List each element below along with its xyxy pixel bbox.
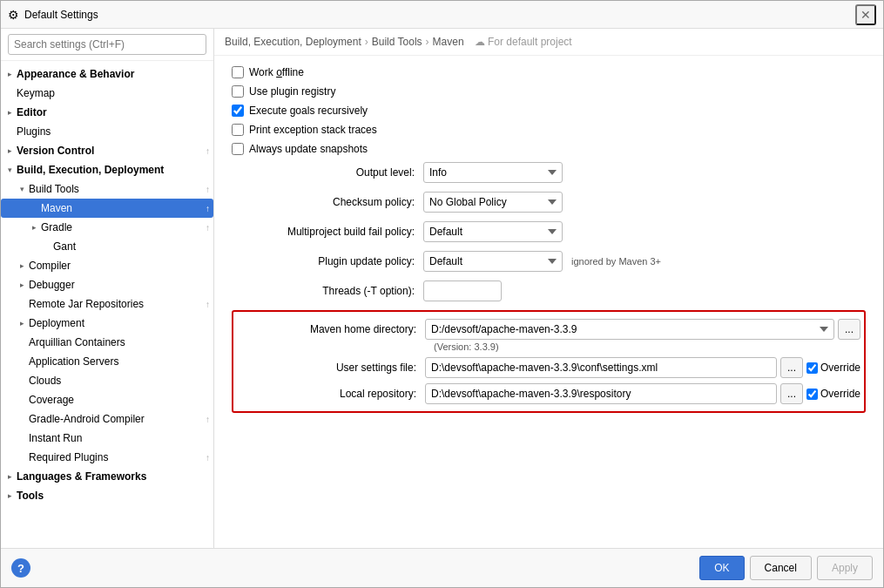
- sidebar: Appearance & BehaviorKeymapEditorPlugins…: [1, 29, 214, 548]
- threads-input[interactable]: [423, 280, 502, 301]
- use-plugin-registry-checkbox[interactable]: [232, 85, 244, 98]
- output-level-control: Info Debug Warning Error: [423, 162, 866, 183]
- sidebar-item-clouds[interactable]: Clouds: [1, 371, 213, 390]
- window-icon: ⚙: [8, 8, 19, 22]
- threads-label: Threads (-T option):: [232, 285, 423, 297]
- breadcrumb-hint: ☁ For default project: [475, 36, 572, 48]
- sidebar-item-gradle[interactable]: Gradle↑: [1, 218, 213, 237]
- expander-deployment[interactable]: [17, 318, 27, 328]
- checkbox-print-exception: Print exception stack traces: [232, 124, 866, 136]
- multiproject-control: Default Fail At End Fail Fast Never Fail: [423, 221, 866, 242]
- expander-version-control[interactable]: [4, 145, 15, 156]
- expander-debugger[interactable]: [17, 280, 27, 290]
- sidebar-item-editor[interactable]: Editor: [1, 103, 213, 122]
- execute-goals-label[interactable]: Execute goals recursively: [249, 105, 368, 117]
- ok-button[interactable]: OK: [699, 556, 744, 580]
- sidebar-item-remote-jar[interactable]: Remote Jar Repositories↑: [1, 294, 213, 314]
- sidebar-item-debugger[interactable]: Debugger: [1, 275, 213, 294]
- sidebar-item-arquillian[interactable]: Arquillian Containers: [1, 333, 213, 352]
- sidebar-label-compiler: Compiler: [29, 260, 210, 272]
- footer-left: ?: [11, 558, 30, 578]
- sidebar-label-keymap: Keymap: [17, 87, 210, 99]
- user-settings-browse-button[interactable]: ...: [780, 357, 803, 378]
- work-offline-label[interactable]: Work offline: [249, 66, 304, 78]
- threads-row: Threads (-T option):: [232, 280, 866, 301]
- plugin-update-dropdown[interactable]: Default Always Never Interval: [423, 251, 563, 272]
- footer-buttons: OK Cancel Apply: [699, 556, 873, 580]
- use-plugin-registry-label[interactable]: Use plugin registry: [249, 85, 335, 98]
- expander-gradle[interactable]: [29, 222, 39, 233]
- sidebar-label-instant-run: Instant Run: [29, 432, 210, 444]
- print-exception-label[interactable]: Print exception stack traces: [249, 124, 377, 136]
- sidebar-item-build-tools[interactable]: Build Tools↑: [1, 179, 213, 199]
- sidebar-item-languages-frameworks[interactable]: Languages & Frameworks: [1, 467, 213, 486]
- sidebar-item-version-control[interactable]: Version Control↑: [1, 141, 213, 160]
- user-settings-input[interactable]: [425, 357, 777, 378]
- local-repo-override-checkbox[interactable]: [806, 389, 818, 400]
- sidebar-label-version-control: Version Control: [17, 145, 202, 157]
- multiproject-dropdown[interactable]: Default Fail At End Fail Fast Never Fail: [423, 221, 563, 242]
- user-settings-row: User settings file: ... Override: [233, 357, 860, 378]
- print-exception-checkbox[interactable]: [232, 124, 244, 136]
- expander-editor[interactable]: [4, 107, 15, 118]
- checkbox-use-plugin: Use plugin registry: [232, 85, 866, 98]
- checkbox-execute-goals: Execute goals recursively: [232, 105, 866, 117]
- local-repo-browse-button[interactable]: ...: [780, 383, 803, 404]
- expander-languages-frameworks[interactable]: [4, 471, 15, 482]
- expander-compiler[interactable]: [17, 260, 27, 271]
- sidebar-item-app-servers[interactable]: Application Servers: [1, 352, 213, 371]
- plugin-update-hint: ignored by Maven 3+: [571, 256, 661, 267]
- sidebar-item-keymap[interactable]: Keymap: [1, 84, 213, 103]
- sidebar-item-gradle-android[interactable]: Gradle-Android Compiler↑: [1, 409, 213, 429]
- sidebar-label-clouds: Clouds: [29, 375, 210, 387]
- badge-icon-required-plugins: ↑: [206, 453, 210, 463]
- close-button[interactable]: ✕: [855, 4, 876, 25]
- work-offline-checkbox[interactable]: [232, 66, 244, 78]
- execute-goals-checkbox[interactable]: [232, 105, 244, 117]
- local-repo-override-check: Override: [806, 388, 860, 400]
- expander-build-tools[interactable]: [17, 184, 27, 194]
- sidebar-item-tools[interactable]: Tools: [1, 486, 213, 505]
- user-settings-override-checkbox[interactable]: [806, 362, 818, 374]
- local-repo-label: Local repository:: [233, 388, 425, 400]
- sidebar-item-compiler[interactable]: Compiler: [1, 256, 213, 275]
- sidebar-label-build-exec-deploy: Build, Execution, Deployment: [17, 164, 210, 176]
- expander-appearance[interactable]: [4, 69, 15, 79]
- user-settings-control: ... Override: [425, 357, 860, 378]
- expander-tools[interactable]: [4, 490, 15, 501]
- sidebar-item-appearance[interactable]: Appearance & Behavior: [1, 64, 213, 84]
- always-update-checkbox[interactable]: [232, 143, 244, 155]
- sidebar-item-coverage[interactable]: Coverage: [1, 390, 213, 409]
- window-title: Default Settings: [24, 9, 98, 21]
- checkbox-work-offline: Work offline: [232, 66, 866, 78]
- help-button[interactable]: ?: [11, 558, 30, 578]
- plugin-update-row: Plugin update policy: Default Always Nev…: [232, 251, 866, 272]
- maven-home-dropdown[interactable]: D:/devsoft/apache-maven-3.3.9: [425, 319, 834, 340]
- sidebar-label-tools: Tools: [17, 490, 210, 502]
- sidebar-label-debugger: Debugger: [29, 279, 210, 291]
- sidebar-item-deployment[interactable]: Deployment: [1, 314, 213, 333]
- checksum-policy-dropdown[interactable]: No Global Policy Fail Warn Ignore: [423, 192, 563, 213]
- sidebar-item-maven[interactable]: Maven↑: [1, 199, 213, 218]
- always-update-label[interactable]: Always update snapshots: [249, 143, 368, 155]
- maven-home-control: D:/devsoft/apache-maven-3.3.9 ...: [425, 319, 860, 340]
- output-level-dropdown[interactable]: Info Debug Warning Error: [423, 162, 563, 183]
- breadcrumb-part-1: Build, Execution, Deployment: [225, 36, 361, 48]
- local-repo-input[interactable]: [425, 383, 777, 404]
- maven-home-browse-button[interactable]: ...: [838, 319, 860, 340]
- user-settings-override-check: Override: [806, 362, 860, 374]
- sidebar-item-required-plugins[interactable]: Required Plugins↑: [1, 448, 213, 467]
- search-input[interactable]: [8, 34, 206, 55]
- sidebar-item-instant-run[interactable]: Instant Run: [1, 429, 213, 448]
- sidebar-label-plugins: Plugins: [17, 125, 210, 138]
- cancel-button[interactable]: Cancel: [750, 556, 812, 580]
- expander-build-exec-deploy[interactable]: [4, 165, 15, 175]
- sidebar-item-gant[interactable]: Gant: [1, 237, 213, 256]
- checkbox-always-update: Always update snapshots: [232, 143, 866, 155]
- apply-button[interactable]: Apply: [817, 556, 873, 580]
- badge-icon-maven: ↑: [206, 204, 210, 213]
- sidebar-item-build-exec-deploy[interactable]: Build, Execution, Deployment: [1, 160, 213, 179]
- output-level-row: Output level: Info Debug Warning Error: [232, 162, 866, 183]
- sidebar-item-plugins[interactable]: Plugins: [1, 122, 213, 141]
- plugin-update-label: Plugin update policy:: [232, 255, 423, 267]
